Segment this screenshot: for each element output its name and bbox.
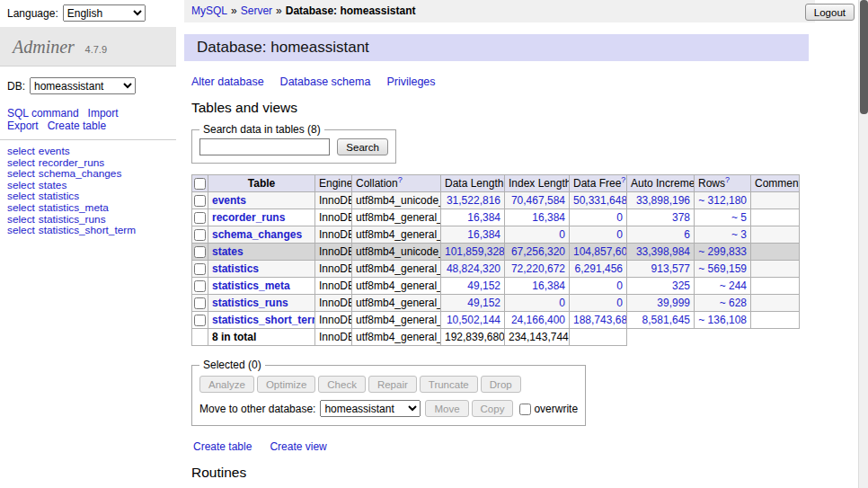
data-length-link[interactable]: 10,502,144 <box>447 314 500 326</box>
data-free-link[interactable]: 0 <box>616 279 623 292</box>
create-table-link[interactable]: Create table <box>48 120 106 132</box>
vertical-scrollbar[interactable] <box>858 0 868 488</box>
db-select[interactable]: homeassistant <box>30 77 136 94</box>
col-header-table: Table <box>208 175 315 192</box>
data-free-link[interactable]: 50,331,648 <box>573 194 627 207</box>
search-input[interactable] <box>199 138 330 155</box>
row-checkbox[interactable] <box>194 263 206 275</box>
table-name-link[interactable]: schema_changes <box>212 228 302 241</box>
drop-button[interactable]: Drop <box>481 376 521 393</box>
auto-increment-link[interactable]: 8,581,645 <box>642 314 690 326</box>
database-schema-link[interactable]: Database schema <box>280 75 371 88</box>
truncate-button[interactable]: Truncate <box>420 376 478 393</box>
sql-command-link[interactable]: SQL command <box>7 107 79 120</box>
index-length-link[interactable]: 70,467,584 <box>511 194 565 207</box>
table-link[interactable]: events <box>39 145 70 157</box>
total-engine: InnoDB <box>315 329 352 346</box>
import-link[interactable]: Import <box>88 107 119 120</box>
move-db-select[interactable]: homeassistant <box>320 400 421 417</box>
collation-cell: utf8mb4_general_ci <box>352 295 441 312</box>
engine-cell: InnoDB <box>315 261 352 278</box>
auto-increment-link[interactable]: 6 <box>684 228 690 241</box>
data-free-link[interactable]: 104,857,600 <box>573 245 627 258</box>
table-link[interactable]: statistics_short_term <box>39 224 136 236</box>
row-checkbox[interactable] <box>194 229 206 241</box>
move-button[interactable]: Move <box>425 400 468 417</box>
table-name-link[interactable]: statistics_meta <box>212 279 290 292</box>
repair-button[interactable]: Repair <box>368 376 417 393</box>
privileges-link[interactable]: Privileges <box>386 75 435 88</box>
index-length-link[interactable]: 16,384 <box>532 279 565 292</box>
row-checkbox[interactable] <box>194 315 206 326</box>
index-length-link[interactable]: 0 <box>559 228 565 241</box>
table-name-link[interactable]: statistics <box>212 262 259 275</box>
auto-increment-link[interactable]: 325 <box>672 279 690 292</box>
data-free-link[interactable]: 0 <box>616 211 623 224</box>
breadcrumb-server-link[interactable]: Server <box>241 4 272 17</box>
auto-increment-link[interactable]: 33,898,196 <box>636 194 690 207</box>
auto-increment-link[interactable]: 33,398,984 <box>636 245 690 258</box>
rows-count-link[interactable]: ~ 3 <box>731 228 747 241</box>
index-length-link[interactable]: 67,256,320 <box>511 245 565 258</box>
app-version: 4.7.9 <box>85 44 107 55</box>
select-link[interactable]: select <box>7 224 35 236</box>
data-length-link[interactable]: 101,859,328 <box>445 245 505 258</box>
data-free-help-link[interactable]: ? <box>621 175 625 184</box>
data-length-link[interactable]: 16,384 <box>467 228 500 241</box>
row-checkbox[interactable] <box>194 297 206 309</box>
data-free-link[interactable]: 0 <box>616 228 623 241</box>
collation-help-link[interactable]: ? <box>398 175 403 184</box>
select-all-checkbox[interactable] <box>194 178 206 190</box>
auto-increment-link[interactable]: 378 <box>672 211 690 224</box>
table-link[interactable]: statistics_meta <box>39 201 109 214</box>
analyze-button[interactable]: Analyze <box>199 376 254 393</box>
rows-count-link[interactable]: ~ 5 <box>731 211 747 224</box>
data-free-link[interactable]: 188,743,680 <box>573 314 627 326</box>
app-name[interactable]: Adminer <box>13 37 75 57</box>
logout-button[interactable]: Logout <box>805 4 855 21</box>
index-length-link[interactable]: 24,166,400 <box>511 314 565 326</box>
scrollbar-thumb[interactable] <box>860 0 868 114</box>
row-checkbox[interactable] <box>194 280 206 292</box>
index-length-link[interactable]: 0 <box>559 297 565 309</box>
breadcrumb-mysql-link[interactable]: MySQL <box>191 4 227 17</box>
alter-database-link[interactable]: Alter database <box>191 75 264 88</box>
index-length-link[interactable]: 72,220,672 <box>511 262 565 275</box>
rows-count-link[interactable]: ~ 569,159 <box>698 262 747 275</box>
auto-increment-link[interactable]: 39,999 <box>657 297 690 309</box>
table-name-link[interactable]: events <box>212 194 246 207</box>
data-length-link[interactable]: 49,152 <box>467 279 500 292</box>
check-button[interactable]: Check <box>318 376 366 393</box>
rows-count-link[interactable]: ~ 299,833 <box>698 245 747 258</box>
select-link[interactable]: select <box>7 201 35 214</box>
table-name-link[interactable]: statistics_short_term <box>212 314 315 326</box>
index-length-link[interactable]: 16,384 <box>532 211 565 224</box>
data-free-link[interactable]: 6,291,456 <box>575 262 623 275</box>
create-table-link-main[interactable]: Create table <box>193 440 252 453</box>
rows-help-link[interactable]: ? <box>725 175 730 184</box>
row-checkbox[interactable] <box>194 246 206 258</box>
data-length-link[interactable]: 16,384 <box>467 211 500 224</box>
overwrite-checkbox[interactable] <box>519 404 531 415</box>
language-select[interactable]: English <box>63 4 146 22</box>
table-name-link[interactable]: states <box>212 245 244 258</box>
row-checkbox[interactable] <box>194 212 206 224</box>
rows-count-link[interactable]: ~ 244 <box>720 279 747 292</box>
data-free-link[interactable]: 0 <box>616 297 623 309</box>
auto-increment-link[interactable]: 913,577 <box>651 262 690 275</box>
data-length-link[interactable]: 31,522,816 <box>447 194 500 207</box>
rows-count-link[interactable]: ~ 628 <box>720 297 747 309</box>
rows-count-link[interactable]: ~ 136,108 <box>698 314 747 326</box>
select-link[interactable]: select <box>7 145 35 157</box>
row-checkbox[interactable] <box>194 195 206 207</box>
table-name-link[interactable]: statistics_runs <box>212 297 288 309</box>
search-button[interactable]: Search <box>337 138 387 155</box>
export-link[interactable]: Export <box>7 120 39 132</box>
data-length-link[interactable]: 48,824,320 <box>447 262 500 275</box>
table-name-link[interactable]: recorder_runs <box>212 211 285 224</box>
copy-button[interactable]: Copy <box>472 400 514 417</box>
data-length-link[interactable]: 49,152 <box>467 297 500 309</box>
optimize-button[interactable]: Optimize <box>257 376 315 393</box>
rows-count-link[interactable]: ~ 312,180 <box>698 194 747 207</box>
create-view-link[interactable]: Create view <box>270 440 326 453</box>
